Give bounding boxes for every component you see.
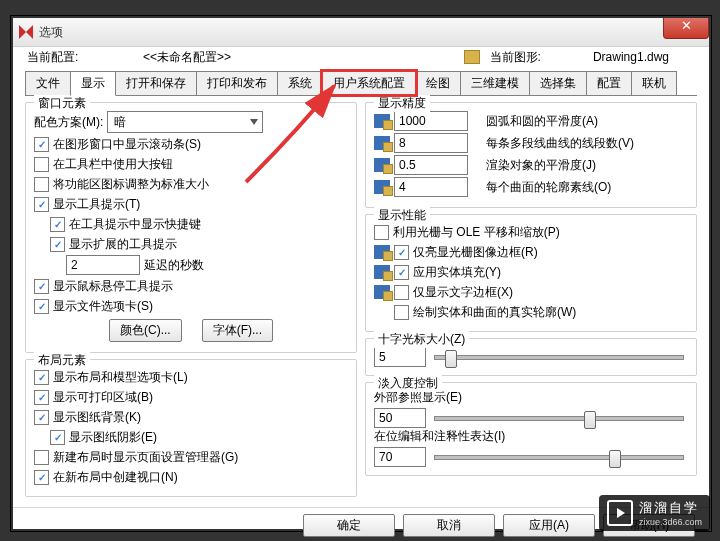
delay-label: 延迟的秒数 xyxy=(144,257,204,274)
group-layout-elements: 布局元素 显示布局和模型选项卡(L) 显示可打印区域(B) 显示图纸背景(K) … xyxy=(25,359,357,497)
profile-info-row: 当前配置: <<未命名配置>> 当前图形: Drawing1.dwg xyxy=(13,47,709,67)
render-smooth-label: 渲染对象的平滑度(J) xyxy=(486,157,596,174)
drawing-pref-icon xyxy=(374,285,390,299)
cancel-button[interactable]: 取消 xyxy=(403,514,495,537)
group-title: 布局元素 xyxy=(34,352,90,369)
checkbox[interactable] xyxy=(34,299,49,314)
cb-solid-fill: 应用实体填充(Y) xyxy=(413,264,501,281)
checkbox[interactable] xyxy=(394,265,409,280)
current-drawing-label: 当前图形: xyxy=(490,49,541,66)
tab-print-publish[interactable]: 打印和发布 xyxy=(196,71,278,95)
cb-large-buttons: 在工具栏中使用大按钮 xyxy=(53,156,173,173)
apply-button[interactable]: 应用(A) xyxy=(503,514,595,537)
drawing-pref-icon xyxy=(374,114,390,128)
cb-printable-area: 显示可打印区域(B) xyxy=(53,389,153,406)
color-scheme-combo[interactable]: 暗 xyxy=(107,111,263,133)
group-title: 显示性能 xyxy=(374,207,430,224)
tab-drafting[interactable]: 绘图 xyxy=(415,71,461,95)
color-scheme-label: 配色方案(M): xyxy=(34,114,103,131)
profile-name: <<未命名配置>> xyxy=(143,49,231,66)
group-display-resolution: 显示精度 1000圆弧和圆的平滑度(A) 8每条多段线曲线的线段数(V) 0.5… xyxy=(365,102,697,208)
tab-system[interactable]: 系统 xyxy=(277,71,323,95)
tab-file[interactable]: 文件 xyxy=(25,71,71,95)
crosshair-slider[interactable] xyxy=(434,355,684,360)
contour-lines-input[interactable]: 4 xyxy=(394,177,468,197)
screenshot-frame: 选项 ✕ 当前配置: <<未命名配置>> 当前图形: Drawing1.dwg … xyxy=(10,15,712,532)
delay-input[interactable]: 2 xyxy=(66,255,140,275)
group-fade-control: 淡入度控制 外部参照显示(E) 50 在位编辑和注释性表达(I) 70 xyxy=(365,382,697,476)
tab-selection[interactable]: 选择集 xyxy=(529,71,587,95)
cb-file-tabs: 显示文件选项卡(S) xyxy=(53,298,153,315)
checkbox[interactable] xyxy=(34,470,49,485)
cb-scrollbars: 在图形窗口中显示滚动条(S) xyxy=(53,136,201,153)
cb-hover-tooltips: 显示鼠标悬停工具提示 xyxy=(53,278,173,295)
current-profile-label: 当前配置: xyxy=(27,49,137,66)
drawing-pref-icon xyxy=(374,158,390,172)
titlebar: 选项 ✕ xyxy=(13,18,709,47)
drawing-pref-icon xyxy=(374,245,390,259)
drawing-pref-icon xyxy=(374,136,390,150)
right-column: 显示精度 1000圆弧和圆的平滑度(A) 8每条多段线曲线的线段数(V) 0.5… xyxy=(365,102,697,503)
checkbox[interactable] xyxy=(394,305,409,320)
dialog-body: 窗口元素 配色方案(M): 暗 在图形窗口中显示滚动条(S) 在工具栏中使用大按… xyxy=(13,96,709,507)
checkbox[interactable] xyxy=(34,177,49,192)
cb-pan-zoom-raster: 利用光栅与 OLE 平移和缩放(P) xyxy=(393,224,560,241)
checkbox[interactable] xyxy=(34,410,49,425)
checkbox[interactable] xyxy=(50,217,65,232)
cb-create-viewport: 在新布局中创建视口(N) xyxy=(53,469,178,486)
checkbox[interactable] xyxy=(394,285,409,300)
app-icon xyxy=(19,25,33,39)
contour-lines-label: 每个曲面的轮廓素线(O) xyxy=(486,179,611,196)
cb-paper-bg: 显示图纸背景(K) xyxy=(53,409,141,426)
arc-smoothness-input[interactable]: 1000 xyxy=(394,111,468,131)
inplace-edit-label: 在位编辑和注释性表达(I) xyxy=(374,428,688,445)
drawing-icon xyxy=(464,50,480,64)
cb-layout-tabs: 显示布局和模型选项卡(L) xyxy=(53,369,188,386)
tab-open-save[interactable]: 打开和保存 xyxy=(115,71,197,95)
group-window-elements: 窗口元素 配色方案(M): 暗 在图形窗口中显示滚动条(S) 在工具栏中使用大按… xyxy=(25,102,357,353)
checkbox[interactable] xyxy=(34,197,49,212)
cb-ext-tooltips: 显示扩展的工具提示 xyxy=(69,236,177,253)
watermark-brand: 溜溜自学 xyxy=(639,499,702,517)
tab-strip: 文件 显示 打开和保存 打印和发布 系统 用户系统配置 绘图 三维建模 选择集 … xyxy=(25,71,697,96)
checkbox[interactable] xyxy=(34,370,49,385)
tab-profiles[interactable]: 配置 xyxy=(586,71,632,95)
cb-paper-shadow: 显示图纸阴影(E) xyxy=(69,429,157,446)
close-button[interactable]: ✕ xyxy=(663,18,709,39)
checkbox[interactable] xyxy=(34,279,49,294)
group-title: 淡入度控制 xyxy=(374,375,442,392)
cb-tooltip-shortcuts: 在工具提示中显示快捷键 xyxy=(69,216,201,233)
tab-display[interactable]: 显示 xyxy=(70,71,116,96)
cb-tooltips: 显示工具提示(T) xyxy=(53,196,140,213)
watermark: 溜溜自学 zixue.3d66.com xyxy=(599,495,710,531)
colors-button[interactable]: 颜色(C)... xyxy=(109,319,182,342)
checkbox[interactable] xyxy=(34,157,49,172)
xref-fade-slider[interactable] xyxy=(434,416,684,421)
group-title: 显示精度 xyxy=(374,95,430,112)
group-display-performance: 显示性能 利用光栅与 OLE 平移和缩放(P) 仅亮显光栅图像边框(R) 应用实… xyxy=(365,214,697,332)
tab-3d-modeling[interactable]: 三维建模 xyxy=(460,71,530,95)
checkbox[interactable] xyxy=(34,450,49,465)
checkbox[interactable] xyxy=(394,245,409,260)
tab-user-preferences[interactable]: 用户系统配置 xyxy=(322,71,416,95)
checkbox[interactable] xyxy=(34,137,49,152)
drawing-pref-icon xyxy=(374,265,390,279)
checkbox[interactable] xyxy=(50,237,65,252)
polyline-segs-input[interactable]: 8 xyxy=(394,133,468,153)
xref-fade-input[interactable]: 50 xyxy=(374,408,426,428)
inplace-fade-slider[interactable] xyxy=(434,455,684,460)
drawing-pref-icon xyxy=(374,180,390,194)
checkbox[interactable] xyxy=(374,225,389,240)
group-title: 窗口元素 xyxy=(34,95,90,112)
checkbox[interactable] xyxy=(50,430,65,445)
crosshair-size-input[interactable]: 5 xyxy=(374,347,426,367)
checkbox[interactable] xyxy=(34,390,49,405)
render-smooth-input[interactable]: 0.5 xyxy=(394,155,468,175)
arc-smoothness-label: 圆弧和圆的平滑度(A) xyxy=(486,113,598,130)
ok-button[interactable]: 确定 xyxy=(303,514,395,537)
tab-online[interactable]: 联机 xyxy=(631,71,677,95)
cb-page-setup-mgr: 新建布局时显示页面设置管理器(G) xyxy=(53,449,238,466)
watermark-url: zixue.3d66.com xyxy=(639,517,702,527)
fonts-button[interactable]: 字体(F)... xyxy=(202,319,273,342)
inplace-fade-input[interactable]: 70 xyxy=(374,447,426,467)
